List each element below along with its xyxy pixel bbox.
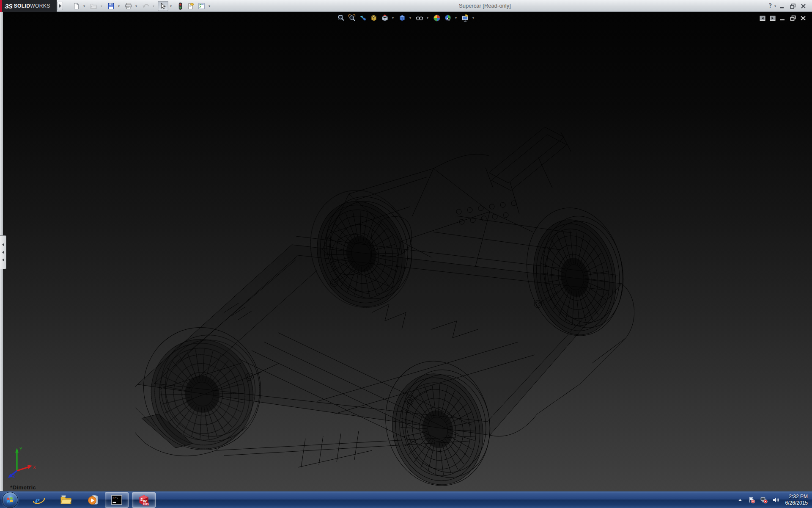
previous-view-button[interactable] [357,12,368,23]
solidworks-logo-mark: ЗS [5,3,12,10]
taskbar-item-media-player[interactable] [81,492,105,508]
open-folder-icon [90,3,97,10]
show-hidden-icons-button[interactable] [737,497,743,503]
apply-scene-button[interactable] [442,12,453,23]
open-button[interactable] [88,1,99,11]
titlebar: ЗS SOLIDWORKS ▾▾▾▾▾▾▾ Supercar [Read-onl… [0,0,812,12]
solidworks-icon: SW2015 [137,494,150,506]
start-button[interactable] [2,492,18,508]
restore-icon [790,3,796,9]
volume-button[interactable] [772,496,780,504]
view-orientation-label: *Dimetric [10,484,36,491]
select-button[interactable] [158,1,168,11]
new-button[interactable] [71,1,82,11]
open-dropdown[interactable]: ▾ [99,1,104,11]
view-orientation-dropdown[interactable]: ▾ [390,12,396,23]
close-document-icon [800,15,806,21]
featuremanager-expand-handle[interactable] [0,235,6,269]
close-document-button[interactable] [800,15,806,21]
svg-text:2015: 2015 [143,503,149,505]
windows-taskbar: eC:\SW2015 2:32 PM 6/26/2015 [0,491,812,508]
zoom-to-fit-button[interactable] [335,12,346,23]
titlebar-controls: ? ▾ [766,0,809,12]
options-dropdown[interactable]: ▾ [207,1,212,11]
options-icon [198,3,205,10]
options-button[interactable] [196,1,207,11]
pane-left-button[interactable] [760,15,765,21]
save-button[interactable] [106,1,116,11]
undo-button[interactable] [140,1,151,11]
select-dropdown[interactable]: ▾ [168,1,173,11]
orientation-triad: Y X Z [7,444,37,478]
show-hidden-icon [737,497,743,503]
action-center-button[interactable] [748,496,755,504]
taskbar-item-internet-explorer[interactable]: e [27,492,51,508]
volume-icon [772,496,780,504]
view-orientation-button[interactable] [379,12,390,23]
hide-show-items-dropdown[interactable]: ▾ [425,12,431,23]
minimize-document-icon [780,15,786,21]
file-properties-button[interactable] [186,1,196,11]
zoom-to-fit-icon [337,14,345,22]
apply-scene-dropdown[interactable]: ▾ [453,12,459,23]
view-settings-button[interactable] [460,12,471,23]
edit-appearance-button[interactable] [431,12,442,23]
view-orientation-icon [381,14,389,22]
graphics-viewport[interactable]: ▾▾▾▾▾ [0,12,812,491]
section-view-icon [370,14,378,22]
pane-right-button[interactable] [770,15,776,21]
print-button[interactable] [123,1,134,11]
wireframe-car-model [135,92,634,486]
chevron-left-icon [2,251,4,254]
rebuild-traffic-light-icon [177,3,184,10]
clock-time: 2:32 PM [785,494,808,500]
taskbar-item-windows-explorer[interactable] [54,492,78,508]
pane-left-icon [760,15,765,21]
action-center-flag-icon [748,496,755,504]
restore-button[interactable] [787,1,798,11]
triad-y-label: Y [19,447,22,451]
new-dropdown[interactable]: ▾ [82,1,87,11]
minimize-document-button[interactable] [780,15,786,21]
close-button[interactable] [798,1,809,11]
tray-clock[interactable]: 2:32 PM 6/26/2015 [785,494,810,506]
minimize-button[interactable] [777,1,787,11]
svg-text:e: e [35,494,40,506]
chevron-left-icon [2,258,4,262]
menu-expand-button[interactable] [57,2,63,10]
restore-document-button[interactable] [790,15,796,21]
zoom-to-area-button[interactable] [346,12,357,23]
network-disconnected-icon [760,496,768,504]
network-status-button[interactable] [760,496,768,504]
taskbar-item-command-prompt[interactable]: C:\ [105,492,129,508]
minimize-icon [779,3,785,9]
rebuild-button[interactable] [175,1,186,11]
zoom-to-area-icon [348,14,356,22]
file-properties-icon [187,3,195,10]
display-style-dropdown[interactable]: ▾ [408,12,413,23]
headsup-view-toolbar: ▾▾▾▾▾ [335,12,477,23]
chevron-left-icon [2,243,4,246]
print-dropdown[interactable]: ▾ [134,1,139,11]
svg-text:S: S [140,497,143,502]
restore-document-icon [790,15,796,21]
triad-z-label: Z [13,474,15,478]
help-button[interactable]: ? [766,1,774,11]
hide-show-items-button[interactable] [414,12,425,23]
edit-appearance-icon [433,14,441,22]
triad-x-arrow [27,465,32,469]
solidworks-logo: ЗS SOLIDWORKS [0,0,57,12]
media-player-icon [87,494,99,506]
undo-dropdown[interactable]: ▾ [151,1,156,11]
print-icon [125,3,132,10]
view-settings-dropdown[interactable]: ▾ [471,12,476,23]
section-view-button[interactable] [368,12,379,23]
save-dropdown[interactable]: ▾ [116,1,121,11]
display-style-button[interactable] [397,12,408,23]
windows-explorer-icon [60,494,72,506]
taskbar-item-solidworks[interactable]: SW2015 [132,492,156,508]
new-document-icon [73,3,80,10]
chevron-right-icon [59,4,61,8]
main-toolbar: ▾▾▾▾▾▾▾ [71,1,214,11]
select-cursor-icon [159,3,167,10]
